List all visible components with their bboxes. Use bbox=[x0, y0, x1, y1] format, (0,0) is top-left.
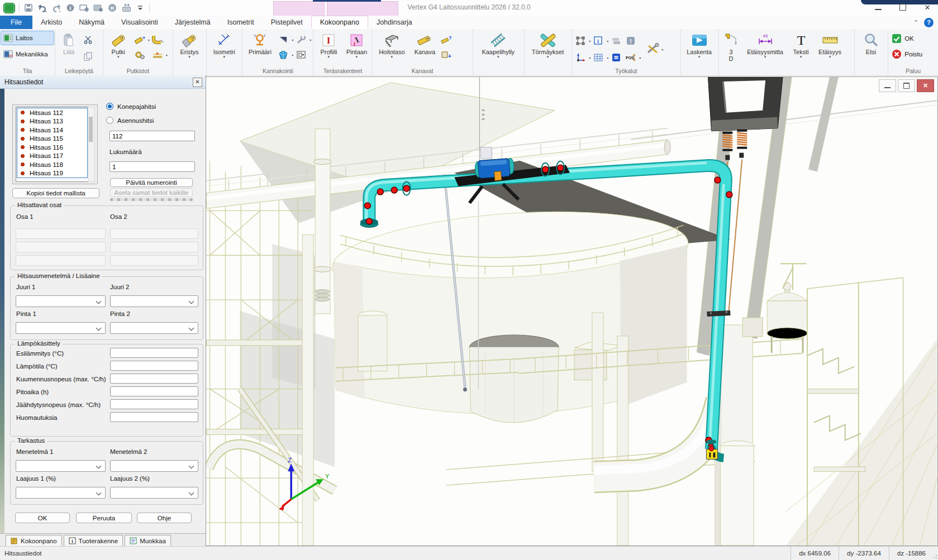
axis-tool-icon[interactable] bbox=[574, 51, 587, 64]
support-bracket-icon[interactable] bbox=[277, 33, 290, 46]
pinta1-dropdown[interactable] bbox=[16, 322, 106, 334]
dialog-help-button[interactable]: Ohje bbox=[137, 513, 192, 523]
poistu-button[interactable]: Poistu bbox=[890, 48, 924, 60]
help-icon[interactable]: ? bbox=[924, 18, 934, 27]
tab-johdinsarja[interactable]: Johdinsarja bbox=[368, 16, 421, 29]
teksti-button[interactable]: T Teksti▾ bbox=[789, 31, 813, 60]
laitos-button[interactable]: Laitos bbox=[1, 31, 54, 45]
dialog-cancel-button[interactable]: Peruuta bbox=[76, 513, 132, 523]
3d-button[interactable]: 3 D bbox=[721, 31, 742, 63]
duct-query-icon[interactable]: ? bbox=[440, 33, 453, 46]
duct-add-icon[interactable]: + bbox=[440, 48, 453, 61]
tab-muokkaa[interactable]: Muokkaa bbox=[125, 535, 171, 546]
tab-isometrit[interactable]: Isometrit bbox=[219, 16, 263, 29]
minimize-button[interactable] bbox=[873, 2, 883, 12]
dialog-close-icon[interactable]: ✕ bbox=[193, 78, 202, 87]
list-item[interactable]: Hitsaus 113 bbox=[17, 117, 87, 126]
tab-kokoonpano-doc[interactable]: Kokoonpano bbox=[6, 535, 62, 546]
asennushitsi-radio[interactable] bbox=[106, 117, 113, 124]
list-item[interactable]: Hitsaus 114 bbox=[17, 126, 87, 135]
laajuus2-dropdown[interactable] bbox=[110, 487, 198, 499]
etaisyys-button[interactable]: Etäisyys▾ bbox=[815, 31, 846, 60]
tab-kokoonpano[interactable]: Kokoonpano bbox=[311, 16, 368, 29]
konepajahitsi-radio[interactable] bbox=[106, 103, 113, 110]
viewport-restore-button[interactable] bbox=[898, 79, 915, 92]
weld-list[interactable]: Hitsaus 112 Hitsaus 113 Hitsaus 114 Hits… bbox=[16, 107, 89, 182]
dialog-title-bar[interactable]: Hitsaustiedot ✕ bbox=[0, 75, 206, 89]
esilammitys-field[interactable] bbox=[110, 348, 198, 358]
wrench-icon[interactable] bbox=[294, 33, 308, 46]
hoitotaso-button[interactable]: Hoitotaso▾ bbox=[374, 31, 410, 60]
tab-pistepilvet[interactable]: Pistepilvet bbox=[263, 16, 311, 29]
laskenta-button[interactable]: Laskenta▾ bbox=[683, 31, 716, 60]
jaahdytysnopeus-field[interactable] bbox=[110, 399, 198, 409]
list-item[interactable]: Hitsaus 118 bbox=[17, 160, 87, 169]
etaisyysmitta-button[interactable]: 45 Etäisyysmitta▾ bbox=[743, 31, 788, 60]
viewport-minimize-button[interactable] bbox=[879, 79, 896, 92]
pos-tool-icon[interactable]: POS bbox=[624, 51, 637, 64]
pipe-elbow-icon[interactable] bbox=[151, 33, 164, 46]
tab-jarjestelma[interactable]: Järjestelmä bbox=[166, 16, 219, 29]
weld-number-field[interactable] bbox=[109, 131, 195, 141]
juuri1-dropdown[interactable] bbox=[16, 295, 106, 307]
collapse-ribbon-icon[interactable]: ⌃ bbox=[913, 19, 918, 26]
pitoaika-field[interactable] bbox=[110, 386, 198, 396]
object-info-icon[interactable]: i bbox=[592, 34, 605, 47]
maximize-button[interactable] bbox=[898, 2, 908, 12]
mekaniikka-button[interactable]: G4 Mekaniikka bbox=[1, 47, 54, 61]
pintaan-button[interactable]: II Pintaan▾ bbox=[343, 31, 370, 60]
crossed-tools-icon[interactable] bbox=[646, 42, 660, 56]
tab-arkisto[interactable]: Arkisto bbox=[32, 16, 70, 29]
list-item[interactable]: Hitsaus 117 bbox=[17, 152, 87, 161]
tab-tuoterakenne[interactable]: i Tuoterakenne bbox=[64, 535, 123, 546]
count-field[interactable] bbox=[109, 161, 195, 172]
profiili-button[interactable]: I Profiili▾ bbox=[315, 31, 342, 60]
list-item[interactable]: Hitsaus 116 bbox=[17, 143, 87, 152]
copy-from-model-button[interactable]: Kopioi tiedot mallista bbox=[12, 188, 99, 198]
resize-grip[interactable] bbox=[931, 553, 937, 558]
tab-visualisointi[interactable]: Visualisointi bbox=[113, 16, 166, 29]
layers-icon[interactable] bbox=[610, 34, 623, 47]
isometri-button[interactable]: Isometri▾ bbox=[208, 31, 240, 60]
kaapelihylly-button[interactable]: Kaapelihylly▾ bbox=[475, 31, 522, 60]
menetelma1-dropdown[interactable] bbox=[16, 460, 106, 472]
model-viewport[interactable]: Z Y ✕ bbox=[206, 76, 938, 546]
dialog-ok-button[interactable]: OK bbox=[15, 513, 70, 523]
close-button[interactable]: ✕ bbox=[922, 2, 932, 12]
laajuus1-dropdown[interactable] bbox=[16, 487, 106, 499]
etsi-button[interactable]: Etsi bbox=[856, 31, 885, 56]
lampotila-field[interactable] bbox=[110, 361, 198, 371]
juuri2-dropdown[interactable] bbox=[110, 295, 198, 307]
eristys-button[interactable]: Eristys▾ bbox=[175, 31, 204, 60]
support-shield-icon[interactable] bbox=[277, 48, 290, 61]
copy-icon[interactable] bbox=[82, 50, 95, 63]
huomautuksia-field[interactable] bbox=[110, 412, 198, 422]
menetelma1-label: Menetelmä 1 bbox=[16, 448, 53, 455]
update-numbering-button[interactable]: Päivitä numerointi bbox=[110, 178, 193, 187]
viewport-close-button[interactable]: ✕ bbox=[917, 79, 934, 92]
tab-nakyma[interactable]: Näkymä bbox=[70, 16, 113, 29]
menetelma2-dropdown[interactable] bbox=[110, 460, 198, 472]
list-scrollbar[interactable] bbox=[88, 107, 94, 182]
warning-icon[interactable]: ! bbox=[624, 34, 637, 47]
equals-icon[interactable] bbox=[610, 51, 623, 64]
primaari-button[interactable]: Primääri bbox=[244, 31, 275, 56]
tormaykset-button[interactable]: Törmäykset▾ bbox=[526, 31, 570, 60]
putki-button[interactable]: Putki▾ bbox=[105, 31, 132, 60]
node-grid-icon[interactable] bbox=[574, 34, 587, 47]
tab-file[interactable]: File bbox=[0, 16, 32, 29]
weld-icon[interactable] bbox=[151, 48, 164, 61]
list-item[interactable]: Hitsaus 112 bbox=[17, 108, 87, 117]
list-item[interactable]: Hitsaus 115 bbox=[17, 135, 87, 143]
flange-gear-icon[interactable] bbox=[133, 48, 146, 61]
table-icon[interactable] bbox=[592, 51, 605, 64]
pinta2-dropdown[interactable] bbox=[110, 322, 198, 334]
cut-icon[interactable] bbox=[82, 33, 95, 46]
paste-button[interactable]: Liitä bbox=[57, 31, 80, 56]
kanava-button[interactable]: Kanava bbox=[411, 31, 439, 56]
support-frame-icon[interactable] bbox=[294, 48, 308, 61]
pipe-add-icon[interactable]: + bbox=[133, 33, 146, 46]
list-item[interactable]: Hitsaus 119 bbox=[17, 169, 87, 178]
kuumennusnopeus-field[interactable] bbox=[110, 374, 198, 384]
ok-button[interactable]: OK bbox=[890, 32, 916, 45]
